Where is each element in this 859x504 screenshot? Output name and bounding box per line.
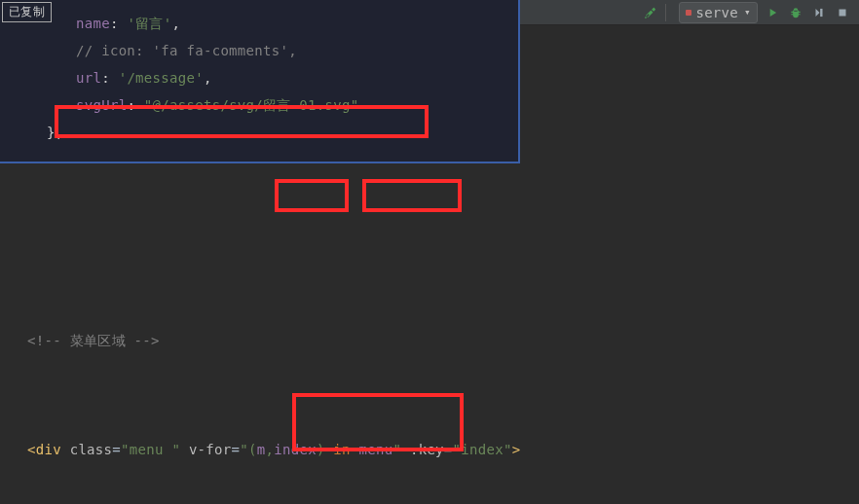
tooltip-overlay: name: '留言', // icon: 'fa fa-comments', u… <box>0 0 520 163</box>
run-coverage-icon[interactable] <box>810 4 828 21</box>
copied-badge: 已复制 <box>2 2 52 22</box>
svg-rect-1 <box>840 9 846 16</box>
toolbar-separator <box>665 4 673 21</box>
code-line: <div class="menu " v-for="(m,index) in m… <box>0 436 859 463</box>
run-config-selector[interactable]: serve ▾ <box>679 2 758 23</box>
code-line: url: '/message', <box>0 64 518 91</box>
run-triangle-icon[interactable] <box>764 4 781 21</box>
code-line: <!-- 菜单区域 --> <box>0 327 859 354</box>
run-config-label: serve <box>695 5 738 20</box>
debug-bug-icon[interactable] <box>787 4 804 21</box>
stop-icon[interactable] <box>834 4 851 21</box>
code-line: name: '留言', <box>0 10 518 37</box>
code-line: svgUrl: "@/assets/svg/留言-01.svg" <box>0 91 518 119</box>
svg-rect-0 <box>820 8 822 16</box>
code-line: }, <box>0 119 518 146</box>
code-line: // icon: 'fa fa-comments', <box>0 37 518 64</box>
build-hammer-icon[interactable] <box>642 4 659 21</box>
run-config-status-icon <box>686 10 691 16</box>
chevron-down-icon: ▾ <box>744 6 751 18</box>
